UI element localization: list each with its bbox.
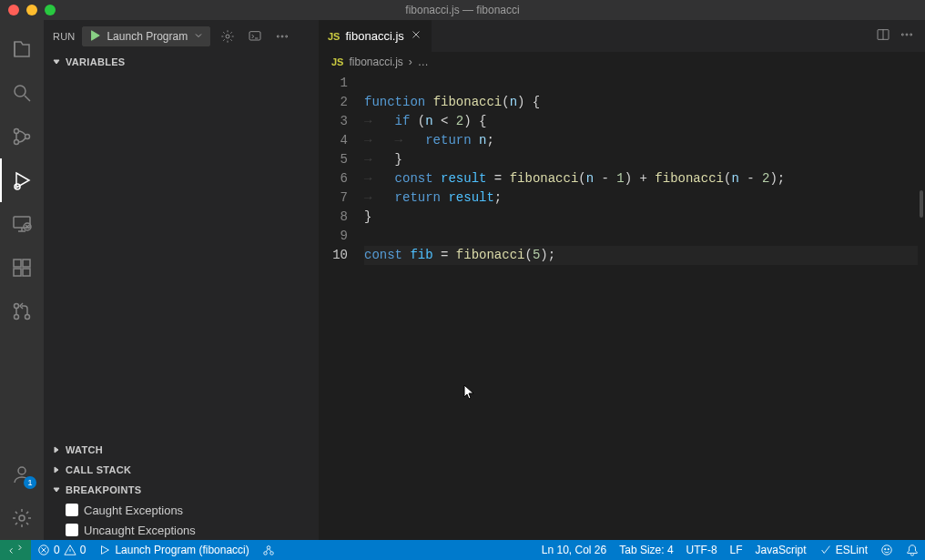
activity-bar: 1 (0, 20, 44, 540)
svg-point-12 (15, 315, 19, 320)
split-editor-icon[interactable] (876, 27, 890, 45)
breakpoint-label: Uncaught Exceptions (84, 524, 196, 537)
code-editor[interactable]: 12345678910 function fibonacci(n) {→ if … (319, 72, 925, 540)
remote-explorer-icon[interactable] (0, 202, 44, 246)
status-launch-label: Launch Program (fibonacci) (115, 544, 249, 556)
section-watch-title: WATCH (66, 444, 103, 455)
github-pr-icon[interactable] (0, 290, 44, 333)
run-panel: RUN Launch Program VARIABLES WATCH (44, 20, 319, 540)
section-watch-header[interactable]: WATCH (44, 440, 319, 460)
status-feedback-icon[interactable] (874, 540, 900, 560)
checkbox[interactable] (66, 504, 78, 516)
svg-point-23 (906, 34, 908, 36)
editor-group: JS fibonacci.js JS fibonacci.js › … 1234… (319, 20, 925, 540)
checkbox[interactable] (66, 524, 78, 536)
more-editor-actions-icon[interactable] (900, 27, 914, 45)
breakpoint-uncaught-exceptions[interactable]: Uncaught Exceptions (44, 520, 319, 540)
accounts-badge: 1 (24, 476, 36, 489)
svg-point-31 (888, 548, 889, 549)
extensions-icon[interactable] (0, 246, 44, 290)
run-panel-header: RUN Launch Program (44, 20, 319, 52)
window-title: fibonacci.js — fibonacci (405, 4, 519, 16)
section-breakpoints-header[interactable]: BREAKPOINTS (44, 480, 319, 500)
launch-config-name: Launch Program (107, 30, 188, 43)
svg-point-0 (15, 86, 25, 97)
section-variables-title: VARIABLES (66, 56, 125, 67)
svg-point-28 (270, 552, 274, 555)
svg-rect-7 (14, 260, 21, 267)
svg-point-27 (264, 552, 268, 555)
svg-point-15 (19, 515, 25, 521)
settings-gear-icon[interactable] (0, 496, 44, 540)
scrollbar-thumb[interactable] (920, 190, 923, 218)
svg-point-29 (882, 545, 892, 555)
status-bar: 0 0 Launch Program (fibonacci) Ln 10, Co… (0, 540, 925, 560)
window-controls (8, 5, 56, 15)
more-actions-icon[interactable] (272, 26, 292, 46)
svg-rect-8 (23, 260, 30, 267)
breadcrumb-tail: … (418, 56, 429, 68)
section-callstack-header[interactable]: CALL STACK (44, 460, 319, 480)
title-bar: fibonacci.js — fibonacci (0, 0, 925, 20)
minimize-window-button[interactable] (26, 5, 37, 15)
section-breakpoints-title: BREAKPOINTS (66, 484, 141, 495)
open-launch-json-gear-icon[interactable] (218, 26, 238, 46)
run-debug-icon[interactable] (0, 158, 44, 202)
status-language-mode[interactable]: JavaScript (749, 540, 813, 560)
status-eol[interactable]: LF (724, 540, 749, 560)
warning-count: 0 (80, 544, 86, 556)
accounts-icon[interactable]: 1 (0, 453, 44, 496)
explorer-icon[interactable] (0, 27, 44, 71)
js-file-icon: JS (328, 31, 340, 42)
status-eslint[interactable]: ESLint (813, 540, 874, 560)
breakpoint-caught-exceptions[interactable]: Caught Exceptions (44, 500, 319, 520)
svg-point-14 (18, 467, 25, 474)
close-tab-icon[interactable] (410, 28, 422, 44)
svg-point-30 (885, 548, 886, 549)
maximize-window-button[interactable] (45, 5, 56, 15)
remote-indicator[interactable] (0, 540, 31, 560)
search-icon[interactable] (0, 71, 44, 115)
launch-config-dropdown[interactable]: Launch Program (82, 26, 210, 46)
svg-point-20 (286, 36, 288, 37)
status-live-share[interactable] (256, 540, 281, 560)
source-control-icon[interactable] (0, 115, 44, 158)
status-notifications-icon[interactable] (900, 540, 925, 560)
code-content[interactable]: function fibonacci(n) {→ if (n < 2) {→ →… (364, 74, 918, 540)
js-file-icon: JS (331, 56, 343, 67)
status-cursor-position[interactable]: Ln 10, Col 26 (535, 540, 613, 560)
svg-point-22 (901, 34, 903, 36)
breadcrumb-separator: › (409, 56, 412, 68)
svg-point-2 (15, 140, 19, 145)
svg-rect-17 (249, 31, 260, 39)
svg-point-16 (226, 35, 229, 38)
status-debug-target[interactable]: Launch Program (fibonacci) (92, 540, 255, 560)
tab-filename: fibonacci.js (345, 29, 403, 43)
svg-rect-10 (23, 269, 30, 276)
svg-point-24 (910, 34, 912, 36)
breadcrumbs[interactable]: JS fibonacci.js › … (319, 52, 925, 72)
svg-rect-9 (14, 269, 21, 276)
line-number-gutter[interactable]: 12345678910 (319, 74, 364, 540)
chevron-down-icon (193, 30, 204, 43)
status-encoding[interactable]: UTF-8 (680, 540, 724, 560)
status-indentation[interactable]: Tab Size: 4 (613, 540, 679, 560)
start-debug-icon[interactable] (88, 29, 101, 44)
scrollbar[interactable] (918, 74, 925, 540)
editor-actions (876, 20, 925, 52)
tab-fibonacci-js[interactable]: JS fibonacci.js (319, 20, 432, 52)
section-variables-body (44, 72, 319, 440)
svg-point-19 (281, 36, 283, 37)
svg-point-1 (15, 129, 19, 134)
debug-console-icon[interactable] (245, 26, 265, 46)
close-window-button[interactable] (8, 5, 19, 15)
run-label: RUN (53, 31, 75, 42)
section-callstack-title: CALL STACK (66, 464, 131, 475)
svg-point-11 (15, 304, 19, 309)
status-problems[interactable]: 0 0 (31, 540, 92, 560)
breadcrumb-file: fibonacci.js (349, 56, 402, 68)
breakpoint-label: Caught Exceptions (84, 504, 183, 517)
svg-point-18 (277, 36, 279, 37)
section-variables-header[interactable]: VARIABLES (44, 52, 319, 72)
error-count: 0 (54, 544, 60, 556)
